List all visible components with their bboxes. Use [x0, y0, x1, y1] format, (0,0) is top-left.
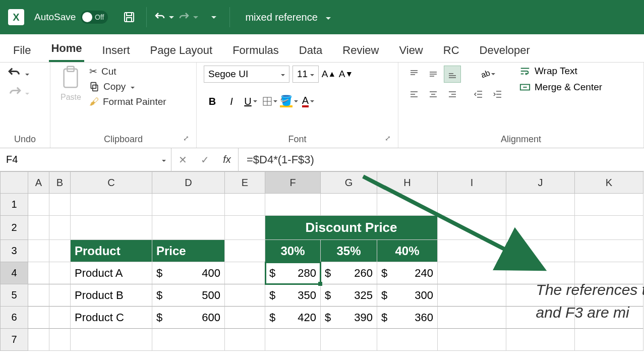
- col-header[interactable]: H: [377, 171, 438, 194]
- cell[interactable]: [377, 194, 438, 216]
- cell[interactable]: $360: [377, 307, 438, 329]
- cell[interactable]: [438, 307, 506, 329]
- ribbon-undo-button[interactable]: [7, 66, 29, 80]
- italic-button[interactable]: I: [223, 93, 240, 110]
- col-header[interactable]: I: [438, 171, 506, 194]
- cell[interactable]: $300: [377, 284, 438, 307]
- increase-font-button[interactable]: A▲: [322, 66, 336, 83]
- cell[interactable]: [575, 216, 643, 240]
- cell[interactable]: [575, 329, 643, 351]
- tab-pagelayout[interactable]: Page Layout: [148, 39, 215, 62]
- tab-developer[interactable]: Developer: [478, 39, 532, 62]
- cell[interactable]: $350: [265, 284, 321, 307]
- col-header[interactable]: K: [575, 171, 643, 194]
- col-header[interactable]: B: [49, 171, 71, 194]
- cell[interactable]: [49, 329, 71, 351]
- font-color-button[interactable]: A: [300, 93, 317, 110]
- cell[interactable]: 30%: [265, 240, 321, 262]
- cell-discount-title[interactable]: Discount Price: [265, 216, 438, 240]
- cut-button[interactable]: ✂Cut: [89, 66, 166, 77]
- cell[interactable]: $260: [321, 262, 377, 284]
- document-title[interactable]: mixed reference: [245, 12, 330, 23]
- fill-color-button[interactable]: 🪣: [280, 93, 298, 110]
- cell[interactable]: [438, 216, 506, 240]
- row-header[interactable]: 1: [0, 194, 28, 216]
- cell[interactable]: $390: [321, 307, 377, 329]
- redo-button[interactable]: [178, 7, 198, 27]
- font-size-select[interactable]: 11: [292, 66, 319, 83]
- format-painter-button[interactable]: 🖌Format Painter: [89, 96, 166, 107]
- cell[interactable]: [49, 240, 71, 262]
- decrease-indent-button[interactable]: [470, 86, 487, 103]
- undo-button[interactable]: [154, 7, 174, 27]
- cell[interactable]: [506, 240, 575, 262]
- col-header[interactable]: C: [71, 171, 152, 194]
- orientation-button[interactable]: ab: [470, 66, 506, 83]
- cell[interactable]: [438, 240, 506, 262]
- align-middle-button[interactable]: [425, 66, 442, 83]
- row-header[interactable]: 4: [0, 262, 28, 284]
- cell[interactable]: [225, 240, 265, 262]
- cell[interactable]: [28, 216, 49, 240]
- cell[interactable]: [225, 284, 265, 307]
- cell[interactable]: 35%: [321, 240, 377, 262]
- name-box[interactable]: F4: [0, 148, 171, 171]
- border-button[interactable]: [261, 93, 278, 110]
- cell[interactable]: [49, 307, 71, 329]
- cell[interactable]: [71, 216, 152, 240]
- col-header[interactable]: J: [506, 171, 575, 194]
- cell[interactable]: [71, 194, 152, 216]
- cell[interactable]: [225, 262, 265, 284]
- cell[interactable]: [71, 329, 152, 351]
- merge-center-button[interactable]: Merge & Center: [519, 82, 602, 93]
- tab-rc[interactable]: RC: [441, 39, 461, 62]
- cell[interactable]: [28, 262, 49, 284]
- cell[interactable]: $240: [377, 262, 438, 284]
- font-name-select[interactable]: Segoe UI: [204, 66, 289, 83]
- cell[interactable]: [152, 216, 225, 240]
- col-header[interactable]: E: [225, 171, 265, 194]
- cell[interactable]: [438, 329, 506, 351]
- row-header[interactable]: 7: [0, 329, 28, 351]
- cell[interactable]: $400: [152, 262, 225, 284]
- cell[interactable]: [575, 240, 643, 262]
- tab-data[interactable]: Data: [297, 39, 324, 62]
- cell[interactable]: [152, 329, 225, 351]
- dialog-launcher-icon[interactable]: ⤢: [385, 134, 391, 142]
- fx-button[interactable]: fx: [216, 154, 238, 165]
- cell[interactable]: Product B: [71, 284, 152, 307]
- cell[interactable]: [506, 329, 575, 351]
- tab-view[interactable]: View: [397, 39, 425, 62]
- cell[interactable]: Product: [71, 240, 152, 262]
- cell[interactable]: [377, 329, 438, 351]
- tab-file[interactable]: File: [11, 39, 33, 62]
- bold-button[interactable]: B: [204, 93, 221, 110]
- tab-review[interactable]: Review: [340, 39, 381, 62]
- formula-input[interactable]: =$D4*(1-F$3): [239, 148, 644, 171]
- align-right-button[interactable]: [444, 86, 461, 103]
- cell[interactable]: Price: [152, 240, 225, 262]
- cell[interactable]: $420: [265, 307, 321, 329]
- cancel-formula-button[interactable]: ✕: [171, 154, 194, 166]
- enter-formula-button[interactable]: ✓: [194, 154, 216, 166]
- col-header[interactable]: G: [321, 171, 377, 194]
- cell[interactable]: [28, 329, 49, 351]
- col-header[interactable]: A: [28, 171, 49, 194]
- cell[interactable]: [49, 216, 71, 240]
- cell[interactable]: [152, 194, 225, 216]
- underline-button[interactable]: U: [242, 93, 259, 110]
- cell[interactable]: Product A: [71, 262, 152, 284]
- align-left-button[interactable]: [405, 86, 423, 103]
- cell[interactable]: [265, 194, 321, 216]
- cell[interactable]: [28, 194, 49, 216]
- increase-indent-button[interactable]: [489, 86, 506, 103]
- paste-button[interactable]: Paste: [57, 66, 84, 102]
- cell-selected[interactable]: $280: [265, 262, 321, 284]
- cell[interactable]: [575, 194, 643, 216]
- align-top-button[interactable]: [405, 66, 423, 83]
- ribbon-redo-button[interactable]: [7, 85, 29, 99]
- cell[interactable]: [49, 262, 71, 284]
- toggle-switch[interactable]: Off: [81, 11, 108, 24]
- cell[interactable]: [28, 284, 49, 307]
- cell[interactable]: [265, 329, 321, 351]
